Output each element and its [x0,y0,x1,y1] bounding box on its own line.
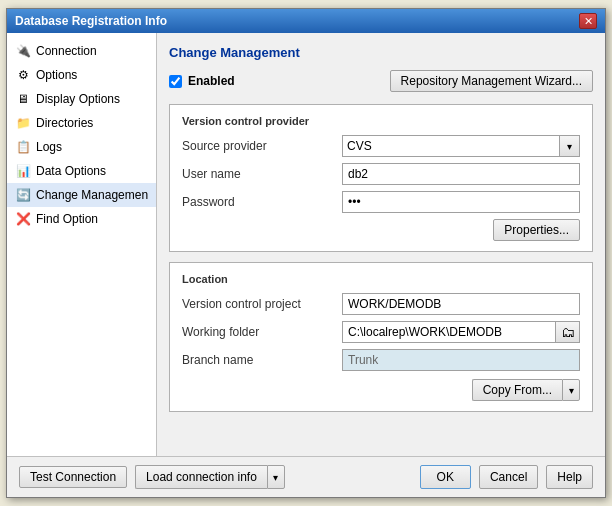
sidebar-item-logs[interactable]: 📋 Logs [7,135,156,159]
version-control-legend: Version control provider [182,115,580,127]
properties-btn-row: Properties... [182,219,580,241]
version-control-project-input[interactable] [342,293,580,315]
load-arrow-icon: ▾ [273,472,278,483]
copy-from-button[interactable]: Copy From... [472,379,562,401]
sidebar-item-change-management[interactable]: 🔄 Change Managemen [7,183,156,207]
repo-wizard-button[interactable]: Repository Management Wizard... [390,70,593,92]
sidebar-item-find-option-label: Find Option [36,212,98,226]
data-options-icon: 📊 [15,163,31,179]
sidebar-item-data-options[interactable]: 📊 Data Options [7,159,156,183]
change-management-icon: 🔄 [15,187,31,203]
title-bar: Database Registration Info ✕ [7,9,605,33]
load-connection-split-button: Load connection info ▾ [135,465,285,489]
options-icon: ⚙ [15,67,31,83]
sidebar: 🔌 Connection ⚙ Options 🖥 Display Options… [7,33,157,456]
source-provider-arrow-icon[interactable]: ▾ [560,135,580,157]
display-options-icon: 🖥 [15,91,31,107]
sidebar-item-directories[interactable]: 📁 Directories [7,111,156,135]
sidebar-item-options-label: Options [36,68,77,82]
password-label: Password [182,195,342,209]
footer: Test Connection Load connection info ▾ O… [7,456,605,497]
copy-from-arrow-icon: ▾ [569,385,574,396]
help-button[interactable]: Help [546,465,593,489]
close-button[interactable]: ✕ [579,13,597,29]
sidebar-item-find-option[interactable]: ❌ Find Option [7,207,156,231]
sidebar-item-data-options-label: Data Options [36,164,106,178]
logs-icon: 📋 [15,139,31,155]
user-name-input[interactable] [342,163,580,185]
main-panel: Change Management Enabled Repository Man… [157,33,605,456]
source-provider-select-wrapper: CVS Subversion Git ▾ [342,135,580,157]
sidebar-item-display-options[interactable]: 🖥 Display Options [7,87,156,111]
footer-right-buttons: OK Cancel Help [420,465,593,489]
top-row: Enabled Repository Management Wizard... [169,70,593,92]
ok-button[interactable]: OK [420,465,471,489]
working-folder-input[interactable] [342,321,556,343]
enabled-label: Enabled [188,74,235,88]
location-section: Location Version control project Working… [169,262,593,412]
folder-icon: 🗂 [561,324,575,340]
load-connection-arrow[interactable]: ▾ [267,465,285,489]
working-folder-label: Working folder [182,325,342,339]
version-control-section: Version control provider Source provider… [169,104,593,252]
window-title: Database Registration Info [15,14,167,28]
branch-name-input[interactable] [342,349,580,371]
copy-from-dropdown-arrow[interactable]: ▾ [562,379,580,401]
test-connection-button[interactable]: Test Connection [19,466,127,488]
directories-icon: 📁 [15,115,31,131]
enabled-checkbox[interactable] [169,75,182,88]
main-window: Database Registration Info ✕ 🔌 Connectio… [6,8,606,498]
sidebar-item-change-management-label: Change Managemen [36,188,148,202]
enabled-checkbox-label[interactable]: Enabled [169,74,235,88]
sidebar-item-directories-label: Directories [36,116,93,130]
copy-from-split-button: Copy From... ▾ [472,379,580,401]
password-input[interactable] [342,191,580,213]
copy-from-row: Copy From... ▾ [182,379,580,401]
sidebar-item-connection[interactable]: 🔌 Connection [7,39,156,63]
version-control-project-row: Version control project [182,293,580,315]
sidebar-item-options[interactable]: ⚙ Options [7,63,156,87]
sidebar-item-display-options-label: Display Options [36,92,120,106]
properties-button[interactable]: Properties... [493,219,580,241]
branch-name-row: Branch name [182,349,580,371]
sidebar-item-logs-label: Logs [36,140,62,154]
user-name-row: User name [182,163,580,185]
connection-icon: 🔌 [15,43,31,59]
version-control-project-label: Version control project [182,297,342,311]
branch-name-label: Branch name [182,353,342,367]
source-provider-row: Source provider CVS Subversion Git ▾ [182,135,580,157]
location-legend: Location [182,273,580,285]
cancel-button[interactable]: Cancel [479,465,538,489]
content-area: 🔌 Connection ⚙ Options 🖥 Display Options… [7,33,605,456]
folder-browse-button[interactable]: 🗂 [556,321,580,343]
password-row: Password [182,191,580,213]
source-provider-label: Source provider [182,139,342,153]
user-name-label: User name [182,167,342,181]
sidebar-item-connection-label: Connection [36,44,97,58]
working-folder-row: Working folder 🗂 [182,321,580,343]
source-provider-select[interactable]: CVS Subversion Git [342,135,560,157]
panel-title: Change Management [169,45,593,60]
working-folder-input-group: 🗂 [342,321,580,343]
load-connection-button[interactable]: Load connection info [135,465,267,489]
find-option-icon: ❌ [15,211,31,227]
